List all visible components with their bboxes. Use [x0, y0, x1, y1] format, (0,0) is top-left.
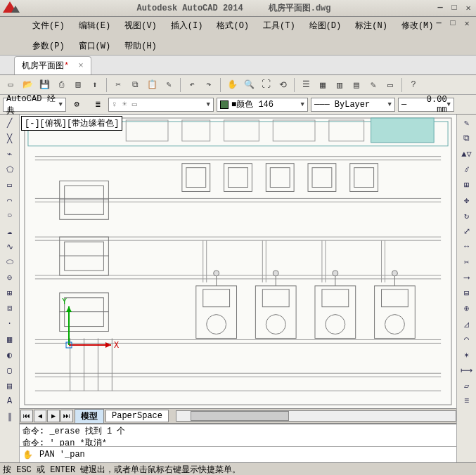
menu-parameter[interactable]: 参数(P): [28, 39, 69, 53]
layout-first-button[interactable]: ⏮: [20, 410, 33, 422]
line-tool[interactable]: ╱: [2, 116, 18, 130]
menu-dimension[interactable]: 标注(N): [351, 18, 392, 33]
tool-palettes-button[interactable]: ▥: [332, 77, 347, 93]
menu-file[interactable]: 文件(F): [28, 18, 69, 33]
pan-button[interactable]: ✋: [224, 77, 240, 93]
copy-button[interactable]: ⧉: [127, 77, 143, 93]
layout-last-button[interactable]: ⏭: [60, 410, 73, 422]
layer-combo[interactable]: ♀ ☀ ▭ ▼: [108, 98, 214, 112]
paste-button[interactable]: 📋: [144, 77, 160, 93]
menu-window[interactable]: 窗口(W): [75, 39, 115, 53]
match-properties-button[interactable]: ✎: [161, 77, 176, 93]
help-button[interactable]: ?: [406, 77, 421, 93]
hscrollbar[interactable]: [176, 410, 456, 422]
lineweight-combo[interactable]: — 0.00 mm ▼: [398, 98, 454, 112]
layout-prev-button[interactable]: ◀: [34, 410, 46, 422]
polygon-tool[interactable]: ⬠: [2, 162, 18, 176]
revision-cloud-tool[interactable]: ☁: [2, 224, 18, 238]
menu-draw[interactable]: 绘图(D): [305, 18, 346, 33]
workspace-settings-button[interactable]: ⚙: [69, 97, 84, 112]
copy-tool[interactable]: ⧉: [459, 131, 475, 145]
explode-tool[interactable]: ✶: [459, 348, 475, 362]
linetype-combo[interactable]: ——— ByLayer ▼: [311, 98, 395, 112]
cut-button[interactable]: ✂: [110, 77, 126, 93]
menu-view[interactable]: 视图(V): [120, 18, 161, 33]
zoom-window-button[interactable]: ⛶: [258, 77, 274, 93]
print-button[interactable]: ⎙: [53, 77, 69, 93]
workspace-combo[interactable]: AutoCAD 经典 ▼: [3, 98, 66, 112]
color-combo[interactable]: ■颜色 146 ▼: [217, 98, 308, 112]
menu-tools[interactable]: 工具(T): [259, 18, 300, 33]
scrollbar-thumb[interactable]: [191, 411, 289, 421]
move-tool[interactable]: ✥: [459, 193, 475, 207]
gradient-tool[interactable]: ◐: [2, 348, 18, 362]
tab-model[interactable]: 模型: [75, 409, 104, 424]
menu-insert[interactable]: 插入(I): [167, 18, 207, 33]
design-center-button[interactable]: ▦: [315, 77, 330, 93]
text-tool[interactable]: A: [2, 394, 18, 408]
mdi-minimize-button[interactable]: —: [434, 18, 444, 29]
mdi-close-button[interactable]: ✕: [462, 18, 472, 29]
point-tool[interactable]: ·: [2, 317, 18, 331]
construction-line-tool[interactable]: ╳: [2, 131, 18, 145]
publish-button[interactable]: ⬆: [87, 77, 103, 93]
arc-tool[interactable]: ⌒: [2, 193, 18, 207]
redo-button[interactable]: ↷: [201, 77, 217, 93]
menu-edit[interactable]: 编辑(E): [75, 18, 115, 33]
ellipse-tool[interactable]: ⬭: [2, 255, 18, 269]
layer-props-button[interactable]: ≣: [90, 97, 105, 112]
spline-tool[interactable]: ∿: [2, 240, 18, 254]
properties-button[interactable]: ☰: [298, 77, 314, 93]
drawing-viewport[interactable]: [-][俯视][带边缘着色]: [20, 115, 456, 408]
menu-help[interactable]: 帮助(H): [120, 39, 161, 53]
area-tool[interactable]: ▱: [459, 379, 475, 393]
zoom-button[interactable]: 🔍: [241, 77, 257, 93]
sheet-set-button[interactable]: ▤: [349, 77, 364, 93]
distance-tool[interactable]: ⟼: [459, 363, 475, 377]
markup-button[interactable]: ✎: [366, 77, 381, 93]
trim-tool[interactable]: ✂: [459, 255, 475, 269]
layout-next-button[interactable]: ▶: [47, 410, 60, 422]
menu-modify[interactable]: 修改(M): [397, 18, 438, 33]
chamfer-tool[interactable]: ◿: [459, 317, 475, 331]
rotate-tool[interactable]: ↻: [459, 209, 475, 223]
join-tool[interactable]: ⊕: [459, 301, 475, 315]
scale-tool[interactable]: ⤢: [459, 224, 475, 238]
break-tool[interactable]: ⊟: [459, 286, 475, 300]
open-button[interactable]: 📂: [20, 77, 35, 93]
viewport-label[interactable]: [-][俯视][带边缘着色]: [21, 116, 122, 131]
undo-button[interactable]: ↶: [184, 77, 200, 93]
document-tab[interactable]: 机房平面图* ×: [14, 56, 91, 74]
extend-tool[interactable]: ⟶: [459, 271, 475, 285]
mdi-restore-button[interactable]: □: [448, 18, 458, 29]
tab-paperspace[interactable]: PaperSpace: [105, 410, 169, 422]
minimize-button[interactable]: —: [435, 3, 445, 13]
make-block-tool[interactable]: ⧈: [2, 301, 18, 315]
mirror-tool[interactable]: ▲▽: [459, 147, 475, 161]
new-button[interactable]: ▭: [3, 77, 18, 93]
ellipse-arc-tool[interactable]: ⊖: [2, 271, 18, 285]
polyline-tool[interactable]: ⌁: [2, 147, 18, 161]
zoom-previous-button[interactable]: ⟲: [275, 77, 290, 93]
calc-button[interactable]: ▭: [382, 77, 398, 93]
array-tool[interactable]: ⊞: [459, 178, 475, 192]
table-tool[interactable]: ▤: [2, 379, 18, 393]
fillet-tool[interactable]: ◠: [459, 332, 475, 346]
list-tool[interactable]: ≡: [459, 394, 475, 408]
plot-preview-button[interactable]: ▤: [70, 77, 86, 93]
offset-tool[interactable]: ⫽: [459, 162, 475, 176]
region-tool[interactable]: ▢: [2, 363, 18, 377]
stretch-tool[interactable]: ↔: [459, 240, 475, 254]
tab-close-icon[interactable]: ×: [78, 61, 83, 71]
rectangle-tool[interactable]: ▭: [2, 178, 18, 192]
menu-format[interactable]: 格式(O): [212, 18, 253, 33]
insert-block-tool[interactable]: ⊞: [2, 286, 18, 300]
hatch-tool[interactable]: ▦: [2, 332, 18, 346]
circle-tool[interactable]: ○: [2, 209, 18, 223]
mline-tool[interactable]: ∥: [2, 410, 18, 424]
close-button[interactable]: ✕: [463, 3, 473, 13]
save-button[interactable]: 💾: [37, 77, 52, 93]
erase-tool[interactable]: ✎: [459, 116, 475, 130]
command-input[interactable]: [39, 450, 454, 460]
maximize-button[interactable]: □: [449, 3, 459, 13]
